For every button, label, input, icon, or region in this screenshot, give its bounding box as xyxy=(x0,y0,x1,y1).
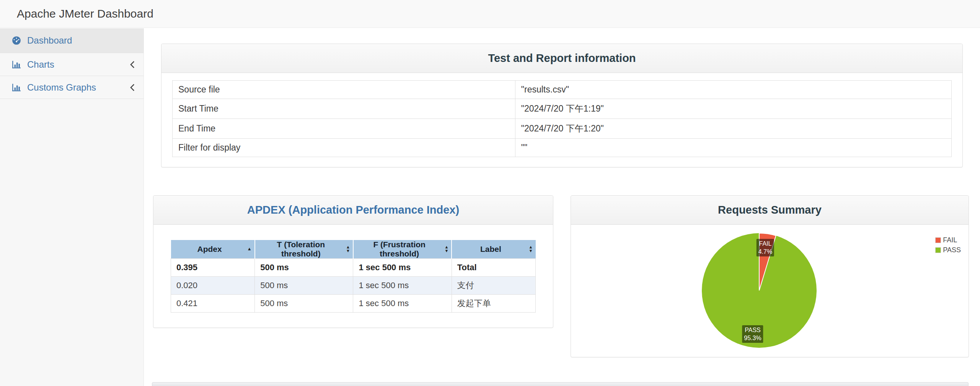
info-value: "results.csv" xyxy=(515,81,951,99)
legend-label: FAIL xyxy=(943,236,957,244)
sidebar-item-dashboard[interactable]: Dashboard xyxy=(0,28,143,53)
info-value: "" xyxy=(515,139,951,157)
sort-both-icon: ▲▼ xyxy=(444,245,448,253)
panel-heading: Requests Summary xyxy=(571,196,969,225)
frustration-value: 1 sec 500 ms xyxy=(353,295,452,313)
info-label: Source file xyxy=(173,81,515,99)
sort-both-icon: ▲▼ xyxy=(346,245,350,253)
info-label: End Time xyxy=(173,119,515,139)
table-row: 0.020 500 ms 1 sec 500 ms 支付 xyxy=(171,277,536,295)
sort-both-icon: ▲▼ xyxy=(529,245,533,253)
test-report-info-table: Source file "results.csv" Start Time "20… xyxy=(172,80,952,157)
column-header-frustration[interactable]: F (Frustration threshold) ▲▼ xyxy=(353,240,452,259)
requests-summary-panel: Requests Summary FAIL 4.7% PASS 95.3% FA… xyxy=(571,195,969,357)
dashboard-gauge-icon xyxy=(11,36,21,45)
label-value: 支付 xyxy=(452,277,535,295)
fail-swatch-icon xyxy=(935,237,941,243)
sort-asc-icon: ▲ xyxy=(247,247,252,251)
sidebar-item-label: Dashboard xyxy=(27,35,72,46)
chart-legend: FAIL PASS xyxy=(935,236,961,256)
app-header: Apache JMeter Dashboard xyxy=(0,0,980,28)
info-value: "2024/7/20 下午1:20" xyxy=(515,119,951,139)
info-label: Filter for display xyxy=(173,139,515,157)
column-header-apdex[interactable]: Apdex ▲ xyxy=(171,240,255,259)
sidebar-item-customs-graphs[interactable]: Customs Graphs xyxy=(0,76,143,99)
frustration-value: 1 sec 500 ms xyxy=(353,277,452,295)
info-label: Start Time xyxy=(173,99,515,119)
sidebar: Dashboard Charts xyxy=(0,28,144,386)
test-report-info-panel: Test and Report information Source file … xyxy=(161,44,963,167)
apdex-value: 0.020 xyxy=(171,277,255,295)
page-title: Apache JMeter Dashboard xyxy=(17,7,153,20)
info-value: "2024/7/20 下午1:19" xyxy=(515,99,951,119)
column-header-toleration[interactable]: T (Toleration threshold) ▲▼ xyxy=(255,240,353,259)
table-row: End Time "2024/7/20 下午1:20" xyxy=(173,119,952,139)
frustration-value: 1 sec 500 ms xyxy=(353,259,452,277)
panel-title: Test and Report information xyxy=(488,52,636,65)
table-row: Source file "results.csv" xyxy=(173,81,952,99)
apdex-table: Apdex ▲ T (Toleration threshold) ▲▼ F (F… xyxy=(171,240,536,313)
table-row: 0.395 500 ms 1 sec 500 ms Total xyxy=(171,259,536,277)
table-row: 0.421 500 ms 1 sec 500 ms 发起下单 xyxy=(171,295,536,313)
sidebar-item-label: Customs Graphs xyxy=(27,82,96,93)
table-header-row: Apdex ▲ T (Toleration threshold) ▲▼ F (F… xyxy=(171,240,536,259)
bar-chart-icon xyxy=(11,60,21,70)
next-panel-top-edge xyxy=(152,382,969,386)
sidebar-item-charts[interactable]: Charts xyxy=(0,53,143,76)
apdex-panel: APDEX (Application Performance Index) Ap… xyxy=(153,195,553,328)
panel-title: Requests Summary xyxy=(718,204,822,216)
toleration-value: 500 ms xyxy=(255,277,353,295)
label-value: Total xyxy=(452,259,535,277)
toleration-value: 500 ms xyxy=(255,295,353,313)
panel-title: APDEX (Application Performance Index) xyxy=(247,204,459,216)
pass-slice-label: PASS 95.3% xyxy=(742,325,763,343)
apdex-value: 0.395 xyxy=(171,259,255,277)
panel-heading: Test and Report information xyxy=(161,44,962,73)
fail-slice-label: FAIL 4.7% xyxy=(757,239,774,256)
table-row: Filter for display "" xyxy=(173,139,952,157)
chevron-left-icon xyxy=(130,60,135,69)
toleration-value: 500 ms xyxy=(255,259,353,277)
table-row: Start Time "2024/7/20 下午1:19" xyxy=(173,99,952,119)
panel-heading: APDEX (Application Performance Index) xyxy=(153,196,553,225)
label-value: 发起下单 xyxy=(452,295,535,313)
apdex-value: 0.421 xyxy=(171,295,255,313)
legend-label: PASS xyxy=(943,246,961,254)
legend-item-fail: FAIL xyxy=(935,236,961,244)
chevron-left-icon xyxy=(130,83,135,92)
pass-swatch-icon xyxy=(935,247,941,253)
column-header-label[interactable]: Label ▲▼ xyxy=(452,240,535,259)
sidebar-item-label: Charts xyxy=(27,59,54,70)
bar-chart-icon xyxy=(11,83,21,92)
legend-item-pass: PASS xyxy=(935,246,961,254)
requests-summary-chart: FAIL 4.7% PASS 95.3% FAIL PASS xyxy=(571,225,969,357)
